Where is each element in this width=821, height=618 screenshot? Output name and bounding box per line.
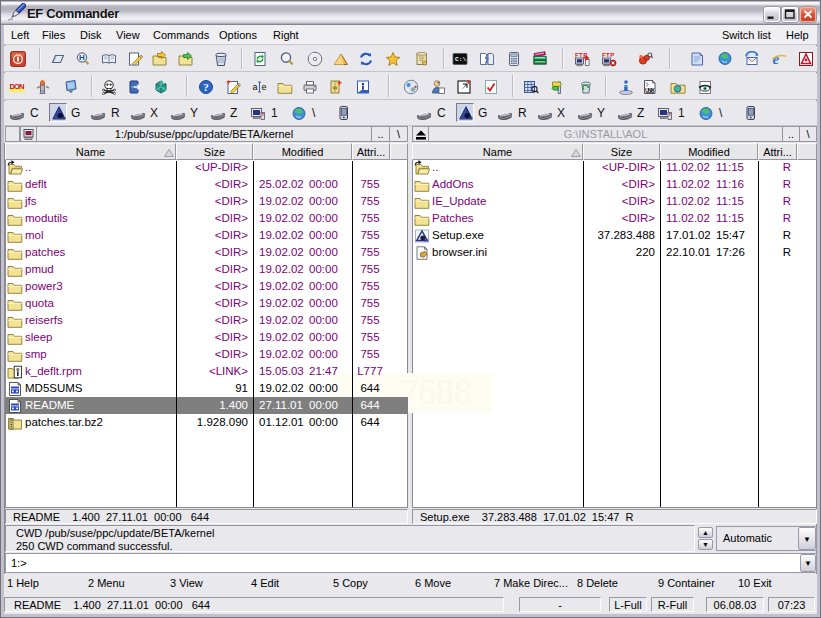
svg-text:FTP: FTP	[602, 52, 615, 58]
svg-text:?: ?	[203, 81, 209, 93]
svg-text:H: H	[79, 53, 85, 62]
svg-text:C:\: C:\	[455, 56, 466, 63]
svg-text:DON: DON	[10, 82, 25, 91]
svg-text:a: a	[253, 82, 258, 92]
svg-text:e: e	[262, 82, 267, 92]
svg-text:e: e	[773, 51, 780, 67]
svg-text:UNIX: UNIX	[645, 87, 655, 93]
